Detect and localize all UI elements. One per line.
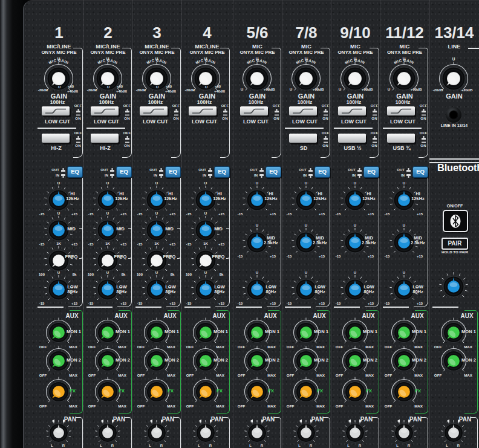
channel-number: 11/12	[380, 24, 429, 42]
low-cut-curve-icon	[291, 108, 315, 114]
pan-knob[interactable]: LR	[83, 418, 132, 448]
knob-scale-label: +15	[417, 212, 423, 216]
eq-out-row: OUT	[345, 167, 362, 173]
knob-scale-label: -20dB	[38, 88, 48, 92]
knob-scale-label: U	[106, 212, 109, 215]
eq-in-label: IN	[401, 173, 405, 178]
eq-hi-label-line: 12kHz	[408, 196, 428, 201]
pan-knob[interactable]: LR	[233, 418, 281, 448]
mid-freq-bracket	[128, 228, 132, 259]
eq-hi-label: HI12kHz	[111, 192, 132, 202]
usb-switch[interactable]	[387, 134, 415, 143]
line-in-jack[interactable]	[446, 107, 461, 123]
gain-knob-channel-1[interactable]: MIC GAINUU-20dB+60+40dB	[34, 56, 83, 95]
push-button-icon	[308, 168, 313, 172]
knob-scale-label: U	[58, 85, 60, 89]
pan-knob[interactable]: LR	[34, 418, 83, 448]
pan-knob[interactable]: LR	[380, 418, 428, 448]
channel-number: 9/10	[331, 24, 380, 42]
eq-hi-label: HI12kHz	[62, 192, 83, 202]
eq-low-knob[interactable]	[429, 266, 478, 304]
knob-scale-label: +15	[319, 212, 325, 216]
mid-freq-bracket	[177, 228, 181, 259]
eq-hi-label: HI12kHz	[209, 192, 230, 202]
eq-mid-label: MID2.5kHz	[261, 236, 281, 246]
pan-knob[interactable]: LR	[429, 418, 478, 448]
knob-scale-label: +60	[215, 85, 221, 88]
gain-knob-channel-2[interactable]: MIC GAINUU-20dB+60+40dB	[83, 56, 132, 95]
push-button-icon	[207, 174, 213, 178]
section-divider	[285, 307, 311, 308]
hold-to-pair-label: HOLD TO PAIR	[431, 250, 479, 255]
off-label: OFF	[273, 104, 281, 108]
knob-scale-label: -15	[287, 302, 292, 305]
eq-hi-label-line: 12kHz	[209, 196, 230, 201]
low-cut-switch[interactable]	[140, 106, 168, 115]
eq-low-label: LOW80Hz	[62, 285, 83, 295]
knob-scale-label: U	[305, 224, 307, 227]
eq-low-label-line: 80Hz	[209, 290, 230, 294]
knob-scale-label: U	[204, 271, 207, 274]
knob-scale-label: U	[155, 212, 158, 215]
gain-knob-channel-5-6[interactable]: MIC GAINUU+60dB	[233, 56, 281, 95]
push-button-icon	[357, 174, 362, 178]
eq-low-label: LOW80Hz	[359, 285, 379, 295]
aux-mon2-label: MON 2	[311, 358, 331, 363]
eq-in-out-indicator: OUTIN	[345, 167, 362, 178]
knob-scale-label: R	[111, 444, 114, 447]
knob-scale-label: R	[160, 444, 163, 447]
fx-label: FX	[210, 389, 229, 394]
gain-knob-channel-9-10[interactable]: MIC GAINUU+60dB	[331, 56, 379, 95]
eq-out-row: OUT	[394, 167, 411, 173]
eq-badge: EQ	[314, 166, 330, 178]
knob-scale-label: MAX	[464, 373, 473, 377]
low-cut-switch[interactable]	[240, 106, 268, 115]
hi-z-switch[interactable]	[42, 134, 70, 143]
eq-freq-label: FREQ	[209, 255, 227, 259]
pan-knob[interactable]: LR	[331, 418, 379, 448]
usb-switch[interactable]	[338, 134, 366, 143]
gain-knob-channel-13-14[interactable]: U-20dB+20dB	[429, 56, 478, 95]
low-cut-switch[interactable]	[289, 106, 317, 115]
gain-knob-channel-3[interactable]: MIC GAINUU-20dB+60+40dB	[132, 56, 181, 95]
knob-scale-label: 1K	[203, 242, 208, 245]
pair-button[interactable]: PAIR	[442, 238, 468, 250]
gain-knob-channel-4[interactable]: MIC GAINUU-20dB+60+40dB	[181, 56, 230, 95]
knob-scale-label: +15	[368, 255, 374, 258]
knob-scale-label: -15	[385, 212, 390, 216]
eq-freq-label: FREQ	[62, 255, 80, 259]
section-divider	[86, 307, 112, 308]
eq-mid-label: MID2.5kHz	[359, 236, 379, 246]
pan-knob[interactable]: LR	[282, 418, 330, 448]
low-cut-switch[interactable]	[338, 106, 366, 115]
pan-knob[interactable]: LR	[181, 418, 230, 448]
gain-knob-channel-7-8[interactable]: MIC GAINUU+60dB	[282, 56, 330, 95]
low-cut-switch[interactable]	[91, 106, 119, 115]
knob-scale-label: L	[149, 444, 151, 447]
hi-z-switch[interactable]	[91, 134, 119, 143]
eq-out-label: OUT	[397, 167, 405, 173]
push-button-icon	[125, 109, 130, 113]
knob-scale-label: U	[403, 224, 405, 227]
switch-position-icon	[76, 135, 81, 144]
knob-scale-label: OFF	[137, 404, 145, 408]
low-cut-switch[interactable]	[387, 106, 415, 115]
eq-out-row: OUT	[247, 167, 264, 173]
pan-knob[interactable]: LR	[132, 418, 181, 448]
knob-scale-label: U	[204, 212, 207, 215]
channel-strip-5-6: 5/6MICONYX MIC PREMIC GAINUU+60dBGAIN100…	[233, 0, 282, 448]
knob-scale-label: +60	[166, 85, 172, 88]
eq-badge: EQ	[67, 166, 83, 178]
gain-knob-channel-11-12[interactable]: MIC GAINUU+60dB	[380, 56, 428, 95]
bluetooth-brand-label: Bluetooth®	[437, 162, 479, 174]
sd-switch[interactable]	[289, 134, 317, 143]
low-cut-curve-icon	[340, 108, 364, 114]
aux-mon2-label: MON 2	[161, 358, 182, 363]
low-cut-switch[interactable]	[42, 106, 70, 115]
push-button-icon	[158, 174, 164, 178]
push-button-icon	[207, 168, 213, 172]
knob-scale-label: -15	[186, 302, 192, 305]
knob-scale-label: R	[310, 444, 313, 447]
bluetooth-power-button[interactable]	[443, 210, 468, 232]
low-cut-switch[interactable]	[189, 106, 217, 115]
